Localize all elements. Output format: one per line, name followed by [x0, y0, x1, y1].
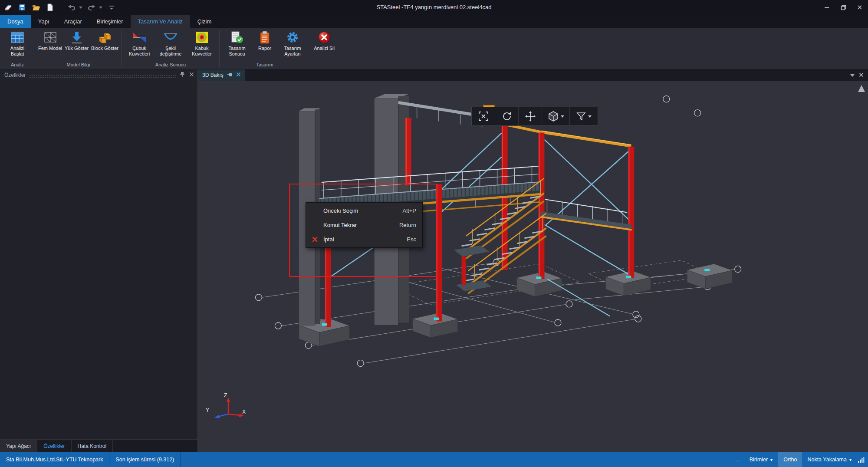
- axis-x-label: X: [242, 409, 246, 415]
- titlebar: STASteel -TF4 yangın merdiveni 02.steel4…: [0, 0, 868, 15]
- deformation-icon: [163, 30, 178, 45]
- statusbar-last-operation: Son işlem süresi (9.312): [109, 452, 180, 467]
- filter-dropdown-icon[interactable]: [588, 115, 592, 118]
- window-title: STASteel -TF4 yangın merdiveni 02.steel4…: [377, 0, 492, 15]
- orbit-button[interactable]: [495, 107, 519, 125]
- context-menu-item-iptal[interactable]: İptal Esc: [306, 232, 422, 247]
- tab-tasarim-ve-analiz[interactable]: Tasarım Ve Analiz: [131, 15, 190, 28]
- analizi-baslat-button[interactable]: Analizi Başlat: [2, 30, 33, 57]
- tab-hata-kontrol[interactable]: Hata Kontrol: [72, 440, 113, 452]
- sekil-degistirme-button[interactable]: Şekil değiştirme: [155, 30, 186, 57]
- context-menu: Önceki Seçim Alt+P Komut Tekrar Return İ…: [306, 202, 423, 248]
- load-show-icon: [69, 30, 84, 45]
- ribbon-group-label-sil: [310, 61, 338, 69]
- ribbon-group-analiz: Analizi Başlat Analiz: [0, 28, 35, 69]
- ribbon-group-sil: Analizi Sil: [310, 28, 338, 69]
- block-show-icon: [98, 30, 112, 45]
- fem-model-icon: [43, 30, 58, 45]
- tab-ozellikler[interactable]: Özellikler: [37, 440, 71, 452]
- properties-panel-header: Özellikler: [0, 69, 197, 81]
- context-menu-item-onceki-secim[interactable]: Önceki Seçim Alt+P: [306, 204, 422, 218]
- filter-button[interactable]: [570, 107, 598, 125]
- quick-access-customize-icon[interactable]: [107, 2, 116, 13]
- viewport-area: 3D Bakış: [198, 69, 868, 452]
- app-logo-icon: [3, 2, 13, 13]
- tab-birlesimler[interactable]: Birleşimler: [89, 15, 131, 28]
- bar-forces-icon: [132, 30, 147, 45]
- undo-dropdown-icon[interactable]: [79, 7, 82, 9]
- save-icon[interactable]: [17, 2, 27, 13]
- pin-icon[interactable]: [180, 72, 185, 79]
- redo-icon[interactable]: [87, 2, 96, 13]
- doc-pin-icon[interactable]: [227, 72, 233, 79]
- statusbar: Sta Bil.Muh.Mus.Ltd.Sti.-YTU Teknopark S…: [0, 452, 868, 467]
- properties-panel: Özellikler Yapı Ağacı Özellikler Hata Ko…: [0, 69, 198, 452]
- analysis-delete-icon: [317, 30, 332, 45]
- panel-header-texture: [29, 74, 176, 78]
- tab-cizim[interactable]: Çizim: [190, 15, 219, 28]
- properties-panel-body: [0, 81, 197, 439]
- viewport-toolbar: [471, 107, 598, 126]
- block-goster-button[interactable]: Block Göster: [90, 30, 119, 52]
- ribbon-group-label-tasarim: Tasarım: [220, 61, 310, 69]
- context-menu-item-komut-tekrar[interactable]: Komut Tekrar Return: [306, 218, 422, 232]
- doc-tab-3d-bakis[interactable]: 3D Bakış: [198, 69, 245, 81]
- axis-y-label: Y: [206, 407, 209, 413]
- tasarim-ayarlari-button[interactable]: Tasarım Ayarları: [277, 30, 308, 57]
- redo-dropdown-icon[interactable]: [99, 7, 102, 9]
- report-icon: [257, 30, 272, 45]
- restore-button[interactable]: [835, 0, 852, 15]
- doc-tab-label: 3D Bakış: [202, 72, 224, 78]
- point-snap-dropdown[interactable]: Nokta Yakalama ▾: [802, 452, 857, 467]
- axes-widget: Z X Y: [207, 394, 249, 426]
- panel-bottom-tabs: Yapı Ağacı Özellikler Hata Kontrol: [0, 439, 197, 452]
- signal-bars-icon: [857, 452, 868, 467]
- document-tabbar: 3D Bakış: [198, 69, 868, 81]
- tab-yapi[interactable]: Yapı: [31, 15, 57, 28]
- chevron-down-icon: ▾: [770, 457, 773, 462]
- doc-well-close-icon[interactable]: [859, 71, 864, 79]
- tab-dosya[interactable]: Dosya: [0, 15, 31, 28]
- app-window: STASteel -TF4 yangın merdiveni 02.steel4…: [0, 0, 868, 467]
- ribbon-group-label-model-bilgi: Model Bilgi: [35, 61, 122, 69]
- fem-model-button[interactable]: Fem Model: [37, 30, 63, 52]
- tab-yapi-agaci[interactable]: Yapı Ağacı: [0, 440, 37, 452]
- tab-araclar[interactable]: Araçlar: [57, 15, 89, 28]
- ribbon: Analizi Başlat Analiz Fem Model Yük Gö: [0, 28, 868, 69]
- undo-icon[interactable]: [67, 2, 76, 13]
- shell-forces-icon: [194, 30, 209, 45]
- design-result-icon: [230, 30, 244, 45]
- tasarim-sonucu-button[interactable]: Tasarım Sonucu: [222, 30, 252, 57]
- minimize-button[interactable]: [819, 0, 835, 15]
- new-file-icon[interactable]: [45, 2, 55, 13]
- kabuk-kuvvetler-button[interactable]: Kabuk Kuvvetler: [187, 30, 217, 57]
- analysis-run-icon: [10, 30, 25, 45]
- ribbon-group-analiz-sonucu: Çubuk Kuvvetleri Şekil değiştirme Kabuk …: [122, 28, 219, 69]
- statusbar-grip: ..: [734, 452, 744, 467]
- view-cube-button[interactable]: [542, 107, 570, 125]
- statusbar-company: Sta Bil.Muh.Mus.Ltd.Sti.-YTU Teknopark: [0, 452, 109, 467]
- ortho-toggle[interactable]: Ortho: [778, 452, 802, 467]
- yuk-goster-button[interactable]: Yük Göster: [64, 30, 89, 52]
- properties-panel-title: Özellikler: [4, 72, 26, 78]
- axis-z-label: Z: [224, 392, 227, 398]
- units-dropdown[interactable]: Birimler ▾: [744, 452, 778, 467]
- doc-list-dropdown-icon[interactable]: [850, 71, 855, 79]
- panel-close-icon[interactable]: [189, 72, 194, 78]
- rapor-button[interactable]: Rapor: [253, 30, 276, 52]
- ribbon-group-model-bilgi: Fem Model Yük Göster Block Göster Model …: [35, 28, 122, 69]
- analizi-sil-button[interactable]: Analizi Sil: [312, 30, 336, 52]
- ribbon-group-tasarim: Tasarım Sonucu Rapor Tasarım Ayarları Ta…: [220, 28, 310, 69]
- ribbon-group-label-analiz-sonucu: Analiz Sonucu: [122, 61, 219, 69]
- pan-button[interactable]: [519, 107, 542, 125]
- close-button[interactable]: [852, 0, 868, 15]
- cubuk-kuvvetleri-button[interactable]: Çubuk Kuvvetleri: [124, 30, 155, 57]
- open-folder-icon[interactable]: [31, 2, 41, 13]
- design-settings-icon: [285, 30, 300, 45]
- ribbon-group-label-analiz: Analiz: [0, 61, 35, 69]
- zoom-extents-button[interactable]: [472, 107, 495, 125]
- view-cube-dropdown-icon[interactable]: [561, 115, 564, 118]
- 3d-canvas[interactable]: Önceki Seçim Alt+P Komut Tekrar Return İ…: [198, 81, 868, 452]
- doc-close-icon[interactable]: [236, 72, 241, 78]
- ribbon-tabbar: Dosya Yapı Araçlar Birleşimler Tasarım V…: [0, 15, 868, 28]
